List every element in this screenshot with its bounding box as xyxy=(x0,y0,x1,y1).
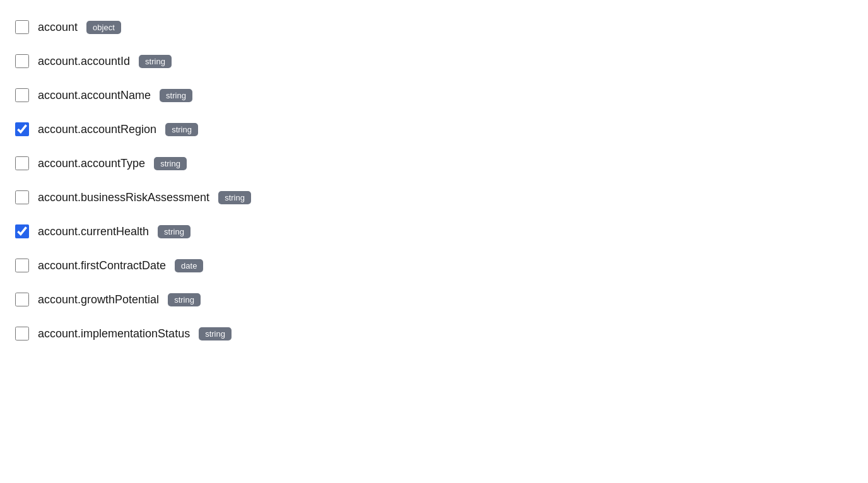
checkbox-growthPotential[interactable] xyxy=(15,293,29,306)
checkbox-accountRegion[interactable] xyxy=(15,122,29,136)
type-badge-businessRiskAssessment: string xyxy=(218,191,251,204)
field-name-firstContractDate: account.firstContractDate xyxy=(38,259,166,272)
checkbox-implementationStatus[interactable] xyxy=(15,327,29,340)
type-badge-account: object xyxy=(86,21,121,34)
type-badge-accountId: string xyxy=(139,55,172,68)
checkbox-wrapper-account xyxy=(15,20,29,34)
type-badge-growthPotential: string xyxy=(168,293,201,306)
checkbox-firstContractDate[interactable] xyxy=(15,259,29,272)
type-badge-accountName: string xyxy=(160,89,192,102)
field-name-accountId: account.accountId xyxy=(38,55,130,68)
checkbox-wrapper-currentHealth xyxy=(15,224,29,238)
type-badge-currentHealth: string xyxy=(158,225,191,238)
field-name-account: account xyxy=(38,21,78,34)
field-name-accountName: account.accountName xyxy=(38,89,151,102)
checkbox-wrapper-accountId xyxy=(15,54,29,68)
checkbox-wrapper-accountType xyxy=(15,156,29,170)
field-row: account.currentHealthstring xyxy=(15,214,853,248)
checkbox-businessRiskAssessment[interactable] xyxy=(15,190,29,204)
type-badge-firstContractDate: date xyxy=(175,259,203,272)
checkbox-wrapper-firstContractDate xyxy=(15,259,29,272)
checkbox-wrapper-accountRegion xyxy=(15,122,29,136)
field-list: accountobjectaccount.accountIdstringacco… xyxy=(15,10,853,351)
checkbox-wrapper-implementationStatus xyxy=(15,327,29,340)
checkbox-currentHealth[interactable] xyxy=(15,224,29,238)
checkbox-accountType[interactable] xyxy=(15,156,29,170)
checkbox-accountName[interactable] xyxy=(15,88,29,102)
field-name-currentHealth: account.currentHealth xyxy=(38,225,149,238)
field-row: account.businessRiskAssessmentstring xyxy=(15,180,853,214)
field-name-growthPotential: account.growthPotential xyxy=(38,293,159,306)
checkbox-wrapper-growthPotential xyxy=(15,293,29,306)
field-row: account.accountNamestring xyxy=(15,78,853,112)
field-name-accountType: account.accountType xyxy=(38,157,145,170)
field-name-accountRegion: account.accountRegion xyxy=(38,123,156,136)
field-row: account.implementationStatusstring xyxy=(15,317,853,351)
checkbox-wrapper-accountName xyxy=(15,88,29,102)
field-row: account.accountTypestring xyxy=(15,146,853,180)
checkbox-accountId[interactable] xyxy=(15,54,29,68)
field-row: account.accountRegionstring xyxy=(15,112,853,146)
field-name-businessRiskAssessment: account.businessRiskAssessment xyxy=(38,191,209,204)
field-row: account.growthPotentialstring xyxy=(15,282,853,317)
type-badge-accountRegion: string xyxy=(165,123,198,136)
type-badge-implementationStatus: string xyxy=(199,327,232,340)
field-name-implementationStatus: account.implementationStatus xyxy=(38,327,190,340)
checkbox-account[interactable] xyxy=(15,20,29,34)
field-row: account.accountIdstring xyxy=(15,44,853,78)
type-badge-accountType: string xyxy=(154,157,187,170)
checkbox-wrapper-businessRiskAssessment xyxy=(15,190,29,204)
field-row: accountobject xyxy=(15,10,853,44)
field-row: account.firstContractDatedate xyxy=(15,248,853,282)
